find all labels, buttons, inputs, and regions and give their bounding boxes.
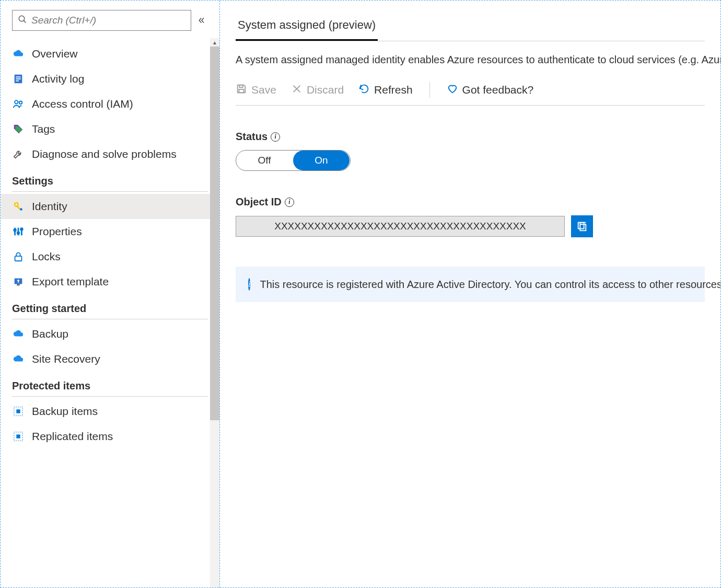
- svg-rect-24: [16, 434, 20, 438]
- info-icon[interactable]: i: [271, 132, 280, 142]
- nav-export-template[interactable]: Export template: [1, 269, 219, 294]
- search-icon: [18, 15, 27, 26]
- svg-rect-18: [15, 256, 22, 261]
- refresh-button[interactable]: Refresh: [358, 83, 413, 97]
- save-button[interactable]: Save: [236, 83, 276, 97]
- status-off[interactable]: Off: [236, 151, 293, 170]
- svg-point-7: [19, 101, 22, 105]
- info-banner: i This resource is registered with Azure…: [236, 267, 705, 302]
- refresh-icon: [358, 83, 370, 97]
- nav-item-label: Tags: [32, 123, 55, 135]
- nav-item-label: Overview: [32, 48, 78, 60]
- tags-icon: [12, 123, 25, 135]
- status-label: Status: [236, 131, 268, 143]
- nav-item-label: Activity log: [32, 73, 84, 85]
- info-icon[interactable]: i: [285, 198, 294, 207]
- nav-activity-log[interactable]: Activity log: [1, 66, 219, 91]
- svg-point-16: [17, 232, 19, 234]
- status-toggle[interactable]: Off On: [236, 150, 351, 171]
- svg-rect-30: [578, 223, 584, 229]
- section-settings: Settings: [1, 167, 219, 191]
- log-icon: [12, 73, 25, 85]
- nav-item-label: Identity: [32, 200, 67, 213]
- nav-diagnose-and-solve-problems[interactable]: Diagnose and solve problems: [1, 142, 219, 167]
- nav-item-label: Access control (IAM): [32, 98, 133, 110]
- nav-backup-items[interactable]: Backup items: [1, 399, 219, 424]
- nav-item-label: Backup: [32, 328, 68, 340]
- nav-item-label: Properties: [32, 225, 82, 238]
- feedback-button[interactable]: Got feedback?: [447, 83, 534, 97]
- section-divider: [12, 319, 208, 319]
- section-protected-items: Protected items: [1, 372, 219, 396]
- svg-rect-20: [17, 284, 20, 286]
- discard-button[interactable]: Discard: [291, 83, 344, 97]
- svg-rect-3: [16, 76, 20, 77]
- svg-point-9: [16, 204, 18, 206]
- save-icon: [236, 83, 247, 97]
- tabs: System assigned (preview): [236, 13, 705, 41]
- status-field: Status i Off On: [236, 131, 705, 171]
- info-banner-text: This resource is registered with Azure A…: [260, 279, 720, 291]
- nav-item-label: Export template: [32, 275, 109, 288]
- nav-replicated-items[interactable]: Replicated items: [1, 424, 219, 449]
- svg-point-6: [15, 100, 18, 103]
- nav-item-label: Locks: [32, 250, 61, 263]
- wrench-icon: [12, 148, 25, 160]
- export-icon: [12, 275, 25, 288]
- svg-point-11: [20, 208, 22, 211]
- svg-point-15: [14, 229, 16, 231]
- tab-system-assigned[interactable]: System assigned (preview): [236, 13, 378, 41]
- nav-identity[interactable]: Identity: [1, 194, 219, 219]
- sidebar: OverviewActivity logAccess control (IAM)…: [1, 1, 220, 587]
- search-input-wrap[interactable]: [12, 10, 191, 31]
- info-icon: i: [248, 278, 250, 291]
- svg-rect-22: [16, 409, 20, 413]
- svg-rect-26: [239, 89, 243, 92]
- object-id-value: XXXXXXXXXXXXXXXXXXXXXXXXXXXXXXXXXXXXXX: [236, 216, 565, 237]
- svg-point-17: [21, 228, 23, 230]
- cloud-icon: [12, 328, 25, 340]
- cloud-icon: [12, 48, 25, 60]
- close-icon: [291, 83, 303, 97]
- nav-locks[interactable]: Locks: [1, 244, 219, 269]
- toolbar: Save Discard Refresh Got feedback?: [236, 82, 705, 106]
- object-id-field: Object ID i XXXXXXXXXXXXXXXXXXXXXXXXXXXX…: [236, 196, 705, 237]
- svg-rect-4: [16, 78, 20, 79]
- people-icon: [12, 98, 25, 110]
- nav-list: OverviewActivity logAccess control (IAM)…: [1, 39, 219, 470]
- lock-icon: [12, 250, 25, 263]
- object-id-label: Object ID: [236, 196, 282, 208]
- cloud-icon: [12, 353, 25, 365]
- section-divider: [12, 191, 208, 192]
- key-icon: [12, 200, 25, 213]
- description-text: A system assigned managed identity enabl…: [236, 41, 705, 67]
- scrollbar[interactable]: ▲: [210, 38, 219, 587]
- svg-line-1: [24, 20, 26, 22]
- toolbar-divider: [429, 82, 430, 98]
- section-divider: [12, 396, 208, 397]
- nav-item-label: Replicated items: [32, 430, 113, 443]
- sliders-icon: [12, 225, 25, 238]
- nav-tags[interactable]: Tags: [1, 117, 219, 142]
- grid-icon: [12, 405, 25, 418]
- nav-backup[interactable]: Backup: [1, 321, 219, 347]
- svg-rect-5: [16, 80, 19, 82]
- section-getting-started: Getting started: [1, 294, 219, 319]
- nav-item-label: Site Recovery: [32, 353, 100, 365]
- svg-rect-25: [239, 85, 242, 87]
- main-panel: System assigned (preview) A system assig…: [220, 1, 720, 587]
- status-on[interactable]: On: [293, 151, 350, 170]
- collapse-sidebar-button[interactable]: [195, 14, 208, 27]
- svg-rect-29: [580, 224, 586, 230]
- svg-point-0: [19, 16, 25, 21]
- heart-icon: [447, 83, 458, 97]
- grid-icon: [12, 430, 25, 443]
- nav-properties[interactable]: Properties: [1, 219, 219, 244]
- search-input[interactable]: [27, 15, 185, 26]
- nav-site-recovery[interactable]: Site Recovery: [1, 347, 219, 372]
- copy-button[interactable]: [571, 215, 593, 237]
- nav-item-label: Backup items: [32, 405, 98, 418]
- nav-access-control-iam-[interactable]: Access control (IAM): [1, 91, 219, 117]
- nav-item-label: Diagnose and solve problems: [32, 148, 177, 160]
- nav-overview[interactable]: Overview: [1, 41, 219, 66]
